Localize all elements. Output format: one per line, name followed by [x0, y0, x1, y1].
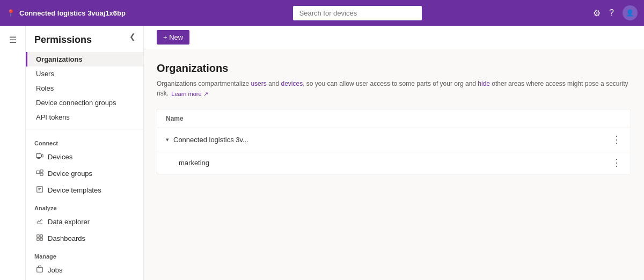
device-groups-icon — [36, 169, 43, 178]
learn-more-link[interactable]: Learn more ↗ — [171, 91, 208, 97]
hide-link[interactable]: hide — [478, 80, 490, 87]
content-area: Organizations Organizations compartmenta… — [144, 49, 644, 280]
table-row[interactable]: ▾ Connected logistics 3v... ⋮ — [157, 128, 631, 151]
topbar-actions: ⚙ ? 👤 — [593, 5, 638, 20]
nav-section-connect: Connect — [26, 134, 143, 149]
collapse-button[interactable]: ❮ — [126, 30, 139, 43]
sub-nav-item-users[interactable]: Users — [26, 67, 143, 81]
user-avatar[interactable]: 👤 — [623, 5, 638, 20]
topbar: 📍 Connected logistics 3vuaj1x6bp ⚙ ? 👤 — [0, 0, 644, 26]
sidebar-item-dashboards[interactable]: Dashboards — [26, 230, 143, 247]
main-layout: ☰ Permissions ❮ Organizations Users Role… — [0, 26, 644, 280]
sidebar-item-dashboards-label: Dashboards — [48, 234, 85, 242]
column-name-header: Name — [166, 115, 184, 122]
svg-rect-15 — [37, 268, 43, 272]
row-name-container: ▾ Connected logistics 3v... — [166, 136, 612, 144]
svg-rect-5 — [40, 170, 43, 172]
sidebar-item-devices-label: Devices — [48, 153, 72, 161]
data-explorer-icon — [36, 217, 43, 226]
nav-section-manage: Manage — [26, 247, 143, 262]
svg-rect-0 — [36, 154, 41, 158]
svg-rect-11 — [37, 235, 39, 237]
toolbar: + New — [144, 26, 644, 49]
sub-nav-item-organizations[interactable]: Organizations — [26, 52, 143, 67]
devices-icon — [36, 152, 43, 161]
svg-rect-7 — [37, 187, 43, 193]
row-actions-menu[interactable]: ⋮ — [612, 134, 622, 145]
sidebar-item-data-explorer-label: Data explorer — [48, 218, 90, 226]
sub-nav-item-roles[interactable]: Roles — [26, 81, 143, 95]
svg-rect-14 — [40, 238, 42, 240]
pin-icon: 📍 — [6, 9, 15, 17]
settings-icon[interactable]: ⚙ — [593, 8, 601, 18]
sub-nav: Organizations Users Roles Device connect… — [26, 52, 143, 124]
row-actions-menu[interactable]: ⋮ — [612, 157, 622, 168]
table-row[interactable]: marketing ⋮ — [170, 151, 631, 174]
sidebar-item-devices[interactable]: Devices — [26, 149, 143, 165]
organizations-table: Name ▾ Connected logistics 3v... ⋮ marke… — [157, 109, 631, 174]
sub-nav-item-api-tokens[interactable]: API tokens — [26, 110, 143, 124]
row-org-name: Connected logistics 3v... — [173, 136, 248, 144]
device-templates-icon — [36, 186, 43, 195]
sub-nav-item-device-connection-groups[interactable]: Device connection groups — [26, 95, 143, 110]
svg-rect-6 — [40, 173, 43, 175]
jobs-icon — [36, 266, 43, 275]
help-icon[interactable]: ? — [609, 8, 614, 18]
sidebar-item-device-templates-label: Device templates — [48, 186, 101, 194]
svg-rect-4 — [36, 171, 40, 174]
sidebar-item-jobs[interactable]: Jobs — [26, 262, 143, 278]
page-description: Organizations compartmentalize users and… — [157, 79, 631, 98]
left-nav: Permissions ❮ Organizations Users Roles … — [26, 26, 144, 280]
hamburger-menu-button[interactable]: ☰ — [3, 30, 23, 49]
page-description-text: Organizations compartmentalize users and… — [157, 80, 628, 97]
sidebar-item-device-templates[interactable]: Device templates — [26, 182, 143, 198]
search-input[interactable] — [299, 9, 415, 17]
sidebar-item-jobs-label: Jobs — [48, 266, 62, 274]
search-bar[interactable] — [293, 6, 422, 20]
users-link[interactable]: users — [251, 80, 266, 87]
new-button[interactable]: + New — [157, 30, 189, 45]
sidebar-item-device-groups[interactable]: Device groups — [26, 165, 143, 182]
main-content: + New Organizations Organizations compar… — [144, 26, 644, 280]
row-marketing-name: marketing — [179, 159, 209, 167]
svg-rect-3 — [42, 154, 43, 157]
nav-section-analyze: Analyze — [26, 198, 143, 213]
chevron-down-icon: ▾ — [166, 136, 169, 143]
row-name-container: marketing — [179, 159, 612, 167]
svg-rect-13 — [37, 238, 39, 240]
svg-rect-12 — [40, 235, 42, 237]
app-title: Connected logistics 3vuaj1x6bp — [19, 9, 126, 17]
sidebar-item-device-groups-label: Device groups — [48, 170, 92, 178]
app-logo: 📍 Connected logistics 3vuaj1x6bp — [6, 9, 126, 17]
icon-sidebar: ☰ — [0, 26, 26, 280]
page-title: Organizations — [157, 62, 631, 75]
table-header: Name — [157, 109, 631, 128]
sidebar-item-data-explorer[interactable]: Data explorer — [26, 213, 143, 230]
dashboards-icon — [36, 234, 43, 243]
devices-link[interactable]: devices — [281, 80, 303, 87]
